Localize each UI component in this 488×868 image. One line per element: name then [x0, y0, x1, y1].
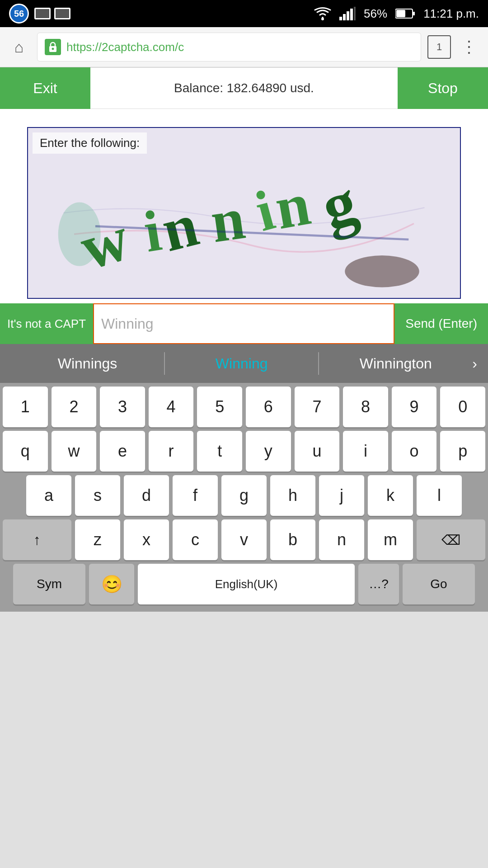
key-s[interactable]: s: [75, 475, 120, 516]
key-9[interactable]: 9: [392, 387, 437, 427]
key-x[interactable]: x: [124, 519, 169, 560]
svg-rect-1: [339, 17, 342, 20]
key-5[interactable]: 5: [197, 387, 242, 427]
svg-rect-5: [354, 7, 356, 20]
battery-icon: [395, 8, 415, 19]
home-button[interactable]: ⌂: [7, 35, 31, 59]
key-c[interactable]: c: [173, 519, 218, 560]
key-1[interactable]: 1: [3, 387, 48, 427]
not-captcha-label: It's not a CAPT: [0, 303, 93, 344]
url-text: https://2captcha.com/c: [66, 40, 184, 54]
browser-chrome: ⌂ https://2captcha.com/c 1 ⋮: [0, 27, 488, 67]
keyboard-row-2: a s d f g h j k l: [3, 475, 485, 516]
stop-button[interactable]: Stop: [398, 67, 488, 109]
svg-point-0: [321, 18, 324, 20]
svg-rect-7: [413, 12, 415, 15]
key-4[interactable]: 4: [149, 387, 194, 427]
status-bar-right: 56% 11:21 p.m.: [314, 7, 479, 21]
svg-rect-2: [343, 14, 346, 20]
autocomplete-item-1[interactable]: Winning: [165, 355, 318, 372]
key-2[interactable]: 2: [52, 387, 97, 427]
time-text: 11:21 p.m.: [423, 7, 479, 21]
svg-rect-8: [396, 10, 405, 17]
key-k[interactable]: k: [368, 475, 413, 516]
send-button[interactable]: Send (Enter): [394, 303, 488, 344]
key-g[interactable]: g: [221, 475, 267, 516]
key-0[interactable]: 0: [440, 387, 485, 427]
key-y[interactable]: y: [246, 431, 291, 472]
key-d[interactable]: d: [124, 475, 169, 516]
autocomplete-item-0[interactable]: Winnings: [11, 355, 164, 372]
key-p[interactable]: p: [440, 431, 485, 472]
tab-count-button[interactable]: 1: [427, 35, 451, 59]
wifi-icon: [314, 7, 331, 20]
lock-icon: [45, 39, 61, 55]
battery-text: 56%: [364, 7, 387, 21]
url-bar[interactable]: https://2captcha.com/c: [37, 33, 421, 61]
svg-point-13: [345, 255, 419, 288]
key-o[interactable]: o: [392, 431, 437, 472]
keyboard: 1 2 3 4 5 6 7 8 9 0 q w e r t y u i o p …: [0, 383, 488, 612]
shift-key[interactable]: ↑: [3, 519, 71, 560]
keyboard-bottom-row: Sym 😊 English(UK) …? Go: [3, 564, 485, 604]
key-u[interactable]: u: [295, 431, 340, 472]
key-h[interactable]: h: [270, 475, 315, 516]
top-action-bar: Exit Balance: 182.64890 usd. Stop: [0, 67, 488, 109]
number-row: 1 2 3 4 5 6 7 8 9 0: [3, 387, 485, 427]
captcha-container: Enter the following: w i: [0, 109, 488, 303]
captcha-input[interactable]: [93, 303, 394, 344]
svg-rect-4: [350, 9, 353, 20]
backspace-key[interactable]: ⌫: [417, 519, 485, 560]
key-j[interactable]: j: [319, 475, 364, 516]
keyboard-row-1: q w e r t y u i o p: [3, 431, 485, 472]
key-8[interactable]: 8: [343, 387, 388, 427]
key-q[interactable]: q: [3, 431, 48, 472]
key-w[interactable]: w: [52, 431, 97, 472]
exit-button[interactable]: Exit: [0, 67, 90, 109]
autocomplete-item-2[interactable]: Winnington: [319, 355, 472, 372]
signal-icon: [339, 7, 356, 20]
captcha-prompt: Enter the following:: [33, 132, 147, 154]
go-key[interactable]: Go: [403, 564, 475, 604]
emoji-key[interactable]: 😊: [89, 564, 134, 604]
browser-menu-button[interactable]: ⋮: [457, 38, 481, 57]
input-row: It's not a CAPT Send (Enter): [0, 303, 488, 344]
period-key[interactable]: …?: [358, 564, 399, 604]
key-n[interactable]: n: [319, 519, 364, 560]
key-6[interactable]: 6: [246, 387, 291, 427]
key-r[interactable]: r: [149, 431, 194, 472]
key-3[interactable]: 3: [100, 387, 145, 427]
svg-rect-3: [347, 11, 349, 20]
key-e[interactable]: e: [100, 431, 145, 472]
autocomplete-arrow[interactable]: ›: [472, 355, 477, 372]
balance-display: Balance: 182.64890 usd.: [90, 67, 398, 109]
keyboard-row-3: ↑ z x c v b n m ⌫: [3, 519, 485, 560]
space-key[interactable]: English(UK): [138, 564, 355, 604]
sym-key[interactable]: Sym: [13, 564, 85, 604]
key-7[interactable]: 7: [295, 387, 340, 427]
key-f[interactable]: f: [173, 475, 218, 516]
key-t[interactable]: t: [197, 431, 242, 472]
key-z[interactable]: z: [75, 519, 120, 560]
notification-badge: 56: [9, 4, 29, 24]
status-bar-left: 56: [9, 4, 70, 24]
status-bar: 56 56% 11:21 p.m: [0, 0, 488, 27]
svg-point-10: [52, 48, 54, 50]
key-b[interactable]: b: [270, 519, 315, 560]
key-m[interactable]: m: [368, 519, 413, 560]
key-v[interactable]: v: [221, 519, 267, 560]
key-a[interactable]: a: [26, 475, 71, 516]
captcha-box: Enter the following: w i: [27, 127, 461, 299]
key-i[interactable]: i: [343, 431, 388, 472]
autocomplete-row: Winnings Winning Winnington ›: [0, 344, 488, 383]
key-l[interactable]: l: [417, 475, 462, 516]
